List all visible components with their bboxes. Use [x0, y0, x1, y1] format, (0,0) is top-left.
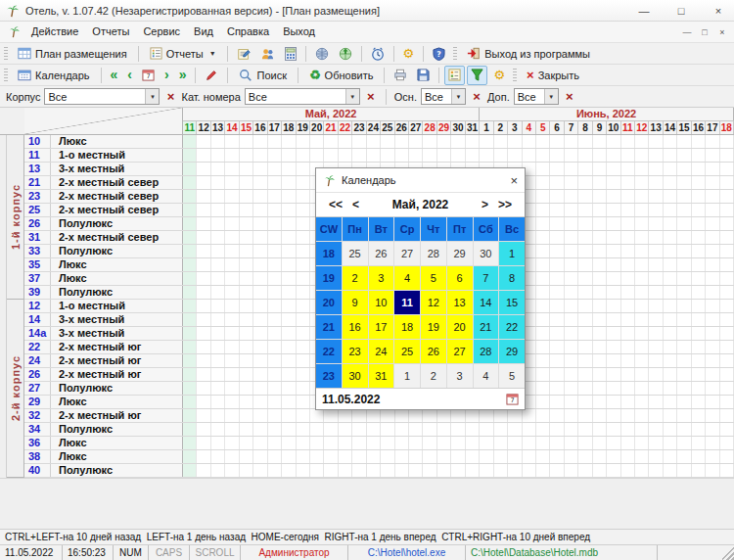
grid-cell[interactable]	[706, 204, 719, 216]
grid-cell[interactable]	[664, 341, 677, 353]
grid-cell[interactable]	[692, 354, 706, 367]
grid-cell[interactable]	[183, 231, 197, 244]
grid-cell[interactable]	[508, 437, 522, 449]
toolbar-grip[interactable]	[4, 47, 8, 61]
resize-grip[interactable]	[722, 545, 734, 560]
grid-cell[interactable]	[621, 423, 635, 436]
grid-cell[interactable]	[536, 464, 550, 477]
grid-cell[interactable]	[593, 313, 607, 326]
grid-cell[interactable]	[692, 286, 706, 299]
grid-cell[interactable]	[197, 163, 210, 175]
grid-cell[interactable]	[437, 423, 451, 436]
grid-cell[interactable]	[225, 341, 239, 353]
grid-cell[interactable]	[578, 300, 592, 312]
room-number[interactable]: 11	[24, 149, 51, 162]
grid-cell[interactable]	[536, 231, 550, 244]
grid-cell[interactable]	[664, 149, 677, 162]
grid-cell[interactable]	[664, 354, 677, 367]
grid-cell[interactable]	[621, 286, 635, 299]
day-header[interactable]: 3	[508, 121, 522, 134]
grid-cell[interactable]	[225, 149, 239, 162]
grid-cell[interactable]	[565, 286, 578, 299]
calendar-button[interactable]: Календарь	[12, 66, 96, 85]
grid-cell[interactable]	[536, 149, 550, 162]
grid-cell[interactable]	[550, 327, 564, 340]
grid-cell[interactable]	[183, 258, 197, 271]
grid-cell[interactable]	[720, 217, 734, 230]
calendar-day[interactable]: 29	[499, 340, 525, 363]
grid-cell[interactable]	[692, 258, 706, 271]
day-header[interactable]: 16	[253, 121, 267, 134]
menu-item-Вид[interactable]: Вид	[187, 22, 220, 42]
grid-cell[interactable]	[635, 450, 649, 463]
grid-cell[interactable]	[621, 382, 635, 395]
grid-cell[interactable]	[621, 272, 635, 285]
grid-cell[interactable]	[253, 464, 267, 477]
grid-cell[interactable]	[240, 204, 253, 216]
day-header[interactable]: 24	[367, 121, 381, 134]
grid-cell[interactable]	[268, 217, 282, 230]
grid-cell[interactable]	[339, 437, 352, 449]
grid-cell[interactable]	[225, 217, 239, 230]
grid-cell[interactable]	[339, 409, 352, 422]
grid-cell[interactable]	[720, 135, 734, 148]
grid-cell[interactable]	[197, 272, 210, 285]
grid-cell[interactable]	[480, 464, 493, 477]
grid-cell[interactable]	[565, 231, 578, 244]
grid-cell[interactable]	[565, 341, 578, 353]
grid-cell[interactable]	[578, 163, 592, 175]
grid-cell[interactable]	[437, 409, 451, 422]
calendar-day[interactable]: 7	[474, 266, 499, 290]
grid-cell[interactable]	[550, 464, 564, 477]
grid-cell[interactable]	[692, 231, 706, 244]
grid-cell[interactable]	[183, 354, 197, 367]
grid-cell[interactable]	[352, 409, 366, 422]
korpus-filter-select[interactable]: Все ▼	[44, 88, 160, 105]
grid-cell[interactable]	[268, 272, 282, 285]
search-button[interactable]: Поиск	[233, 66, 292, 85]
day-header[interactable]: 13	[649, 121, 663, 134]
grid-cell[interactable]	[720, 176, 734, 189]
grid-cell[interactable]	[565, 327, 578, 340]
room-number[interactable]: 25	[24, 204, 51, 216]
grid-cell[interactable]	[664, 135, 677, 148]
grid-cell[interactable]	[664, 464, 677, 477]
grid-cell[interactable]	[621, 135, 635, 148]
grid-cell[interactable]	[211, 163, 225, 175]
grid-cell[interactable]	[268, 423, 282, 436]
calendar-day[interactable]: 17	[369, 315, 394, 339]
grid-cell[interactable]	[692, 313, 706, 326]
grid-cell[interactable]	[607, 135, 620, 148]
grid-cell[interactable]	[211, 382, 225, 395]
grid-cell[interactable]	[565, 423, 578, 436]
grid-cell[interactable]	[536, 450, 550, 463]
grid-cell[interactable]	[339, 149, 352, 162]
grid-cell[interactable]	[550, 437, 564, 449]
grid-cell[interactable]	[593, 396, 607, 408]
grid-cell[interactable]	[607, 313, 620, 326]
grid-cell[interactable]	[466, 409, 480, 422]
grid-cell[interactable]	[677, 382, 691, 395]
grid-cell[interactable]	[677, 327, 691, 340]
grid-cell[interactable]	[536, 409, 550, 422]
grid-cell[interactable]	[649, 327, 663, 340]
grid-cell[interactable]	[253, 190, 267, 203]
grid-cell[interactable]	[225, 258, 239, 271]
grid-cell[interactable]	[664, 217, 677, 230]
grid-cell[interactable]	[297, 135, 310, 148]
room-type[interactable]: 3-х местный	[51, 313, 183, 326]
grid-cell[interactable]	[523, 464, 536, 477]
grid-cell[interactable]	[593, 300, 607, 312]
grid-cell[interactable]	[649, 272, 663, 285]
grid-cell[interactable]	[635, 286, 649, 299]
grid-cell[interactable]	[253, 135, 267, 148]
grid-cell[interactable]	[451, 423, 465, 436]
grid-cell[interactable]	[578, 396, 592, 408]
grid-cell[interactable]	[593, 368, 607, 381]
room-type[interactable]: Полулюкс	[51, 245, 183, 257]
grid-cell[interactable]	[565, 409, 578, 422]
close-button[interactable]: ×	[703, 0, 734, 21]
grid-cell[interactable]	[677, 231, 691, 244]
grid-cell[interactable]	[324, 423, 338, 436]
day-header[interactable]: 10	[607, 121, 620, 134]
